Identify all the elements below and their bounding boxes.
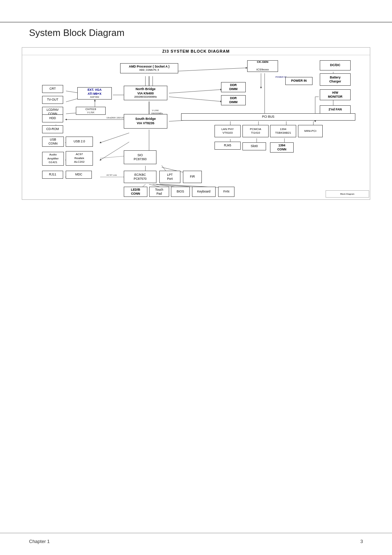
block-power-in: POWER IN	[285, 77, 313, 85]
block-ch7019: CH7019 V-LINK	[76, 107, 106, 115]
block-pci-bus: PCI BUS	[181, 113, 355, 121]
block-1394: 1394TSB43AB21	[270, 125, 296, 137]
svg-text:AC'97 Link: AC'97 Link	[106, 174, 117, 176]
block-ck-gen: CK-GENICS9xxxx	[247, 60, 278, 72]
block-mdc: MDC	[66, 171, 92, 179]
block-lan-phy: LAN PHYVT6103	[215, 125, 241, 137]
block-eckbc: EC/KBCPC87570	[124, 171, 156, 183]
bottom-border	[0, 533, 392, 533]
diagram-inner: V-LINK 266/333MB/s	[22, 55, 370, 198]
block-ext-vga: EXT. VGAATI M9+X AGP 8X2	[77, 87, 112, 100]
block-audio-amp: AudioAmplifierG1421	[42, 152, 64, 166]
block-touchpad: TouchPad	[149, 187, 169, 197]
svg-text:UltraDMA 100/133: UltraDMA 100/133	[106, 117, 124, 119]
block-pcmcia: PCMCIATI1410	[242, 125, 269, 137]
block-keyboard: Keyboard	[192, 187, 216, 197]
block-usb2: USB 2.0	[66, 137, 93, 147]
block-ddr-dimm2: DDRDIMM	[221, 95, 246, 105]
block-lpt-port: LPTPort	[159, 171, 180, 183]
top-border	[0, 22, 392, 23]
block-north-bridge: North BridgeVIA KN400 200/266/333/400MHz	[124, 86, 167, 100]
block-bios: BIOS	[171, 187, 190, 197]
block-fan2: 2'nd FAN	[320, 105, 351, 114]
footer-chapter: Chapter 1	[29, 539, 50, 544]
block-1394-conn: 1394CONN	[270, 142, 294, 153]
block-hdd: HDD	[42, 114, 63, 122]
block-dcdc: DC/DC	[320, 60, 351, 70]
footer-page: 3	[360, 539, 363, 544]
block-rj11: RJ11	[42, 171, 63, 179]
block-amd-proc: AMD Processor ( Socket A ) HDD_CONN P4_5	[120, 63, 178, 73]
block-rj45: RJ45	[215, 142, 241, 150]
svg-line-25	[100, 133, 129, 143]
block-mini-pci: MINI-PCI	[298, 125, 323, 137]
block-cdrom: CD-ROM	[42, 125, 63, 133]
diagram-container: ZI3 SYSTEM BLOCK DIAGRAM	[22, 47, 370, 200]
svg-line-8	[169, 97, 221, 101]
block-fir: FIR	[183, 171, 202, 183]
block-south-bridge: South BridgeVIA VT8235	[124, 114, 167, 129]
svg-line-0	[178, 68, 246, 71]
block-batt-charger: BatteryCharger	[320, 73, 351, 86]
diagram-title: ZI3 SYSTEM BLOCK DIAGRAM	[22, 48, 370, 55]
block-hw-monitor: H/WMONITOR	[320, 89, 351, 100]
page-container: System Block Diagram ZI3 SYSTEM BLOCK DI…	[0, 0, 392, 555]
block-ac97: AC97RealtekALC202	[66, 151, 93, 166]
title-block: Block Diagram	[326, 190, 369, 198]
block-sio: SIOPC87393	[124, 150, 156, 164]
block-slot0: Slot0	[242, 142, 266, 150]
page-title: System Block Diagram	[29, 27, 124, 39]
block-tv-out: TV-OUT	[42, 96, 63, 104]
svg-text:V-LINK: V-LINK	[152, 109, 159, 112]
svg-text:POWER IN: POWER IN	[275, 76, 286, 78]
block-ledb-conn: LED/BCONN	[124, 187, 147, 197]
block-ddr-dimm1: DDRDIMM	[221, 82, 246, 92]
svg-line-7	[169, 90, 221, 93]
block-fan: FAN	[218, 187, 234, 197]
block-crt: CRT	[42, 85, 63, 93]
block-usb-conn: USBCONN	[42, 137, 64, 147]
